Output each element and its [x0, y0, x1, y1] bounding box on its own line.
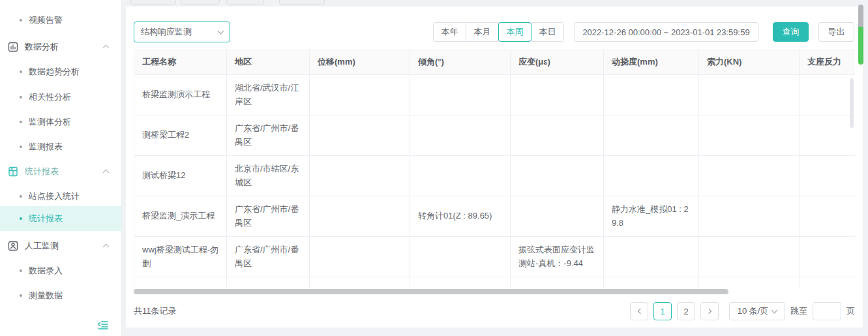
page-size-value: 10 条/页 — [738, 305, 769, 317]
tag-stub[interactable] — [226, 0, 264, 5]
range-button-year[interactable]: 本年 — [433, 22, 466, 42]
main-panel: 结构响应监测 本年 本月 本周 本日 2022-12-26 00:00:00 ~… — [126, 7, 863, 328]
tag-stub[interactable] — [279, 0, 325, 5]
table-cell — [604, 237, 699, 277]
table-cell — [800, 237, 856, 277]
horizontal-scrollbar-thumb[interactable] — [134, 289, 728, 294]
sidebar-item-stat-report-active[interactable]: 统计报表 — [0, 206, 121, 231]
sidebar-item-label: 监测报表 — [29, 141, 63, 153]
bullet-icon — [20, 269, 22, 272]
sidebar-item-correlation[interactable]: 相关性分析 — [0, 85, 121, 110]
jump-page-input[interactable] — [813, 302, 841, 320]
bullet-icon — [20, 121, 22, 123]
table-cell — [310, 196, 410, 237]
table-cell — [410, 237, 511, 277]
bullet-icon — [20, 96, 22, 99]
chevron-up-icon — [103, 170, 110, 176]
sidebar-group-label: 统计报表 — [25, 166, 59, 177]
page-button-2[interactable]: 2 — [677, 302, 695, 320]
table-cell — [699, 156, 800, 196]
page-vertical-scrollbar-thumb[interactable] — [858, 5, 863, 65]
next-page-button[interactable] — [700, 302, 719, 320]
column-header-displacement: 位移(mm) — [310, 50, 410, 75]
sidebar-item-data-entry[interactable]: 数据录入 — [0, 258, 121, 283]
sidebar-group-manual-monitor[interactable]: 人工监测 — [0, 234, 121, 258]
table-cell — [310, 115, 410, 156]
table-cell — [511, 75, 604, 115]
table-cell — [310, 156, 410, 196]
chevron-left-icon — [637, 309, 642, 314]
sidebar-group-data-analysis[interactable]: 数据分析 — [0, 35, 121, 59]
sidebar-item-label: 数据录入 — [29, 265, 63, 277]
sidebar-group-label: 数据分析 — [25, 41, 59, 53]
table-cell — [699, 196, 800, 237]
table-cell: 湖北省/武汉市/江岸区 — [227, 75, 310, 115]
table-cell — [800, 156, 856, 196]
table-cell — [604, 277, 699, 288]
table-cell — [604, 156, 699, 196]
date-range-picker[interactable]: 2022-12-26 00:00:00 ~ 2023-01-01 23:59:5… — [574, 22, 758, 42]
sidebar-item-monitor-report[interactable]: 监测报表 — [0, 134, 121, 159]
sidebar-item-label: 视频告警 — [29, 14, 63, 26]
tag-stub[interactable] — [181, 0, 220, 5]
sidebar-item-monitor-body[interactable]: 监测体分析 — [0, 110, 121, 134]
sidebar-group-stat-report[interactable]: 统计报表 — [0, 159, 121, 184]
range-button-month[interactable]: 本月 — [466, 22, 499, 42]
sidebar-item-label: 统计报表 — [29, 213, 63, 224]
menu-fold-icon[interactable] — [97, 318, 110, 331]
column-header-strain: 应变(με) — [511, 50, 604, 75]
page-button-1[interactable]: 1 — [653, 302, 672, 320]
table-row: 测试桥梁12 北京市/市辖区/东城区 — [134, 156, 856, 196]
table-vertical-scrollbar-thumb[interactable] — [850, 78, 854, 128]
jump-to-label: 跳至 — [790, 305, 807, 317]
table-row: 测桥梁工程2 广东省/广州市/番禺区 — [134, 115, 856, 156]
bar-chart-icon — [8, 42, 18, 52]
pagination: 1 2 10 条/页 跳至 页 — [630, 302, 855, 320]
page-size-select[interactable]: 10 条/页 — [729, 302, 785, 320]
export-button[interactable]: 导出 — [818, 22, 854, 42]
monitor-type-select[interactable]: 结构响应监测 — [134, 22, 230, 42]
table-cell — [511, 115, 604, 156]
sidebar-item-label: 数据趋势分析 — [29, 66, 80, 78]
bullet-icon — [20, 19, 22, 22]
query-button[interactable]: 查询 — [773, 22, 809, 42]
sidebar-item-measure-data[interactable]: 测量数据 — [0, 283, 121, 308]
table-cell — [410, 115, 511, 156]
prev-page-button[interactable] — [630, 302, 648, 320]
chevron-up-icon — [103, 244, 110, 251]
table-cell: 静力水准_模拟01 : 29.8 — [604, 196, 699, 237]
table-cell: wwj桥梁测试工程-勿删 — [134, 237, 227, 277]
table-row: wwj桥梁测试工程-勿删 广东省/广州市/番禺区 振弦式表面应变计监测站-真机：… — [134, 237, 856, 277]
column-header-cable-force: 索力(KN) — [699, 50, 800, 75]
table-cell — [310, 237, 410, 277]
horizontal-scrollbar-track — [134, 289, 855, 294]
page-unit-label: 页 — [846, 305, 855, 317]
sidebar-item-station-access-stats[interactable]: 站点接入统计 — [0, 184, 121, 209]
table-cell: 广东省/广州市/番禺区 — [227, 196, 310, 237]
scrollbar-thumb-green-segment — [858, 27, 863, 65]
chevron-up-icon — [103, 45, 110, 52]
range-button-week[interactable]: 本周 — [498, 22, 531, 42]
tag-stub[interactable] — [130, 0, 176, 5]
table-cell — [134, 277, 227, 288]
sidebar-item-video-alarm[interactable]: 视频告警 — [0, 8, 121, 33]
table-row: 桥梁监测_演示工程 广东省/广州市/番禺区 转角计01(Z : 89.65) 静… — [134, 196, 856, 237]
total-records-text: 共11条记录 — [134, 305, 177, 317]
table-cell — [310, 75, 410, 115]
column-header-tilt: 倾角(°) — [410, 50, 511, 75]
sidebar: 视频告警 数据分析 数据趋势分析 相关性分析 监测体分析 监测报表 — [0, 0, 121, 336]
chevron-down-icon — [771, 307, 778, 314]
table-row — [134, 277, 856, 288]
sidebar-item-data-trend[interactable]: 数据趋势分析 — [0, 59, 121, 84]
column-header-deflection: 动挠度(mm) — [604, 50, 699, 75]
chevron-right-icon — [706, 309, 711, 314]
chevron-down-icon — [218, 28, 224, 35]
sidebar-group-label: 人工监测 — [25, 240, 59, 252]
scrollbar-thumb-gray-segment — [858, 5, 863, 27]
range-button-day[interactable]: 本日 — [531, 22, 564, 42]
bullet-icon — [20, 217, 22, 220]
table-cell: 测桥梁工程2 — [134, 115, 227, 156]
table-cell — [800, 115, 856, 156]
column-header-region: 地区 — [227, 50, 310, 75]
bullet-icon — [20, 294, 22, 297]
